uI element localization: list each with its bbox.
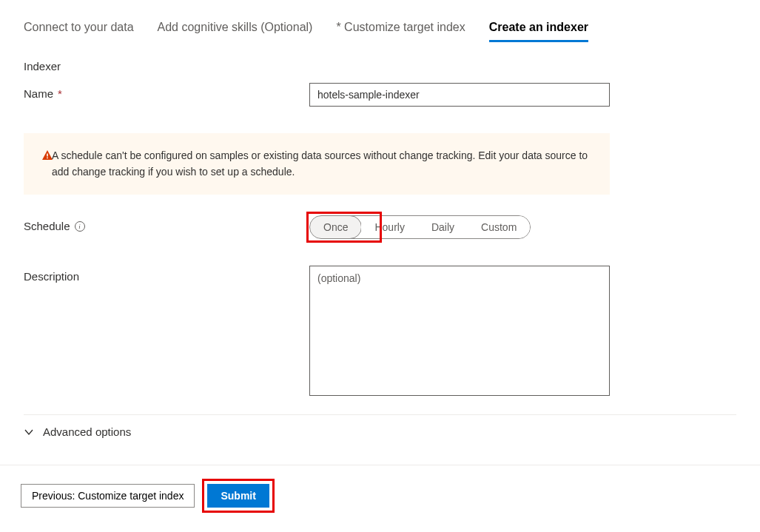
name-label: Name * [24, 83, 309, 100]
schedule-pill-group: Once Hourly Daily Custom [309, 215, 531, 239]
tab-connect-data[interactable]: Connect to your data [24, 21, 134, 42]
required-marker: * [58, 87, 62, 100]
submit-button[interactable]: Submit [207, 484, 269, 508]
warning-text: A schedule can't be configured on sample… [52, 148, 592, 180]
highlight-submit: Submit [202, 479, 274, 513]
wizard-footer: Previous: Customize target index Submit [0, 465, 760, 526]
svg-rect-1 [47, 158, 48, 159]
chevron-down-icon [24, 427, 34, 437]
svg-rect-0 [47, 154, 48, 157]
previous-button[interactable]: Previous: Customize target index [21, 484, 195, 508]
name-input[interactable] [309, 83, 610, 107]
schedule-label: Schedule i [24, 215, 309, 232]
schedule-hourly[interactable]: Hourly [361, 215, 417, 239]
info-icon[interactable]: i [75, 221, 85, 232]
advanced-options-toggle[interactable]: Advanced options [24, 414, 736, 438]
schedule-daily[interactable]: Daily [418, 215, 468, 239]
schedule-custom[interactable]: Custom [468, 215, 530, 239]
schedule-once[interactable]: Once [309, 215, 362, 239]
tab-cognitive-skills[interactable]: Add cognitive skills (Optional) [158, 21, 313, 42]
wizard-tabs: Connect to your data Add cognitive skill… [0, 0, 760, 42]
warning-banner: A schedule can't be configured on sample… [24, 133, 610, 195]
indexer-heading: Indexer [24, 60, 736, 73]
description-input[interactable] [309, 266, 610, 396]
description-label: Description [24, 266, 309, 283]
tab-customize-index[interactable]: * Customize target index [336, 21, 465, 42]
tab-create-indexer[interactable]: Create an indexer [489, 21, 588, 42]
